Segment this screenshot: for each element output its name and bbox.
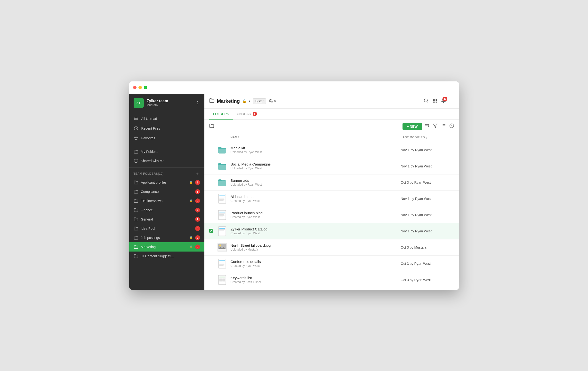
view-toggle-button[interactable] <box>441 123 446 129</box>
sidebar-item-applicant-profiles[interactable]: Applicant profiles 🔒 3 <box>129 178 204 187</box>
file-row[interactable]: Media kit Uploaded by Ryan West Nov 1 by… <box>204 142 459 158</box>
svg-rect-37 <box>219 200 223 201</box>
job-postings-label: Job postings <box>141 236 187 240</box>
file-sub: Uploaded by Ryan West <box>231 167 401 170</box>
folder-icon <box>134 198 138 203</box>
file-name: Zylker Product Catalog <box>231 227 401 231</box>
svg-line-8 <box>427 101 428 102</box>
svg-rect-58 <box>219 265 223 266</box>
app-window: ZT Zylker team Mustafa ⋮ All Unread <box>129 82 459 290</box>
notifications-button[interactable]: 27 <box>441 98 446 104</box>
file-list-header: NAME LAST MODIFIED ↓ <box>204 133 459 142</box>
exit-interviews-badge: 6 <box>195 198 200 203</box>
sidebar-item-ui-content[interactable]: UI Content Suggesti... <box>129 252 204 261</box>
svg-point-52 <box>219 245 221 247</box>
file-name: Media kit <box>231 146 401 150</box>
titlebar <box>129 82 459 94</box>
topbar: Marketing 🔒 ▾ Editor 6 <box>204 94 459 109</box>
sidebar-item-finance[interactable]: Finance 2 <box>129 206 204 215</box>
sidebar-item-favorites[interactable]: Favorites <box>129 133 204 143</box>
folder-icon <box>134 149 138 154</box>
file-row[interactable]: Conference details Created by Ryan West … <box>204 256 459 272</box>
compliance-badge: 1 <box>195 189 200 194</box>
sidebar-item-idea-pool[interactable]: Idea Pool 4 <box>129 224 204 233</box>
sidebar-item-all-unread[interactable]: All Unread <box>129 114 204 124</box>
file-row[interactable]: Billboard content Created by Ryan West N… <box>204 191 459 207</box>
more-options-button[interactable]: ⋮ <box>450 98 454 104</box>
file-modified: Nov 1 by Ryan West <box>401 213 454 217</box>
exit-interviews-label: Exit interviews <box>141 199 187 203</box>
folder-icon <box>134 180 138 185</box>
favorites-label: Favorites <box>141 136 156 140</box>
file-name: Banner ads <box>231 178 401 183</box>
file-row[interactable]: Zylker Product Catalog Created by Ryan W… <box>204 223 459 239</box>
file-name: North Street billboard.jpg <box>231 243 401 247</box>
lock-icon: 🔒 <box>189 245 193 248</box>
file-modified: Nov 1 by Ryan West <box>401 197 454 201</box>
file-row[interactable]: Product launch blog Created by Ryan West… <box>204 207 459 223</box>
file-name: Product launch blog <box>231 211 401 215</box>
sidebar-item-recent-files[interactable]: Recent Files <box>129 124 204 133</box>
file-sub: Created by Ryan West <box>231 199 401 203</box>
maximize-button[interactable] <box>144 86 147 89</box>
sidebar-item-my-folders[interactable]: My Folders <box>129 147 204 156</box>
svg-marker-22 <box>433 124 437 128</box>
shared-icon <box>134 158 138 163</box>
new-button[interactable]: + NEW <box>402 123 422 130</box>
topbar-left: Marketing 🔒 ▾ Editor 6 <box>209 98 424 104</box>
ui-content-label: UI Content Suggesti... <box>141 254 200 258</box>
folder-icon <box>134 208 138 213</box>
svg-rect-48 <box>219 231 224 232</box>
applicant-profiles-badge: 3 <box>195 180 200 185</box>
general-badge: 7 <box>195 217 200 222</box>
add-team-folder-button[interactable]: ＋ <box>195 171 200 176</box>
sort-az-button[interactable] <box>425 123 430 129</box>
folder-icon <box>134 245 138 249</box>
file-row[interactable]: Banner ads Uploaded by Ryan West Oct 3 b… <box>204 175 459 191</box>
close-button[interactable] <box>133 86 136 89</box>
file-name: Social Media Campaigns <box>231 162 401 166</box>
role-badge[interactable]: Editor <box>253 98 266 104</box>
file-list-container: NAME LAST MODIFIED ↓ Media kit Uploa <box>204 133 459 290</box>
filter-button[interactable] <box>433 123 438 129</box>
folder-icon <box>134 217 138 222</box>
sidebar-item-general[interactable]: General 7 <box>129 215 204 224</box>
doc-file-icon <box>217 226 227 236</box>
search-button[interactable] <box>424 98 429 104</box>
sidebar-item-shared-with-me[interactable]: Shared with Me <box>129 156 204 165</box>
file-info: Banner ads Uploaded by Ryan West <box>231 178 401 186</box>
members-button[interactable]: 6 <box>269 99 276 103</box>
svg-rect-42 <box>219 215 224 216</box>
main-content: Marketing 🔒 ▾ Editor 6 <box>204 94 459 290</box>
file-info: Social Media Campaigns Uploaded by Ryan … <box>231 162 401 170</box>
info-button[interactable] <box>449 123 454 129</box>
sidebar-item-compliance[interactable]: Compliance 1 <box>129 187 204 196</box>
minimize-button[interactable] <box>138 86 142 89</box>
file-row[interactable]: Keywords list Created by Scott Fisher Oc… <box>204 272 459 288</box>
file-modified: Oct 3 by Ryan West <box>401 278 454 282</box>
apps-button[interactable] <box>432 98 437 104</box>
row-checkbox[interactable] <box>209 229 214 234</box>
sidebar-item-job-postings[interactable]: Job postings 🔒 2 <box>129 233 204 242</box>
topbar-chevron-icon[interactable]: ▾ <box>249 99 250 103</box>
sidebar-item-marketing[interactable]: Marketing 🔒 5 <box>129 242 204 252</box>
sidebar-more-button[interactable]: ⋮ <box>195 100 200 106</box>
sidebar-item-exit-interviews[interactable]: Exit interviews 🔒 6 <box>129 196 204 206</box>
file-name: Keywords list <box>231 276 401 280</box>
tab-unread[interactable]: UNREAD 5 <box>233 109 261 120</box>
svg-rect-66 <box>222 280 225 281</box>
file-row[interactable]: North Street billboard.jpg Uploaded by M… <box>204 239 459 256</box>
svg-rect-33 <box>219 195 225 196</box>
file-modified: Oct 3 by Mustafa <box>401 246 454 249</box>
file-info: Keywords list Created by Scott Fisher <box>231 276 401 284</box>
file-row[interactable]: Social Media Campaigns Uploaded by Ryan … <box>204 158 459 175</box>
team-folders-section-header: TEAM FOLDERS(19) ＋ <box>129 168 204 178</box>
topbar-title: Marketing <box>217 98 240 104</box>
file-info: Conference details Created by Ryan West <box>231 259 401 268</box>
tab-folders[interactable]: FOLDERS <box>209 109 233 120</box>
svg-rect-60 <box>219 277 225 277</box>
toolbar-actions <box>425 123 454 129</box>
svg-rect-54 <box>219 260 225 261</box>
folder-file-icon <box>217 177 227 187</box>
svg-rect-36 <box>219 199 224 199</box>
